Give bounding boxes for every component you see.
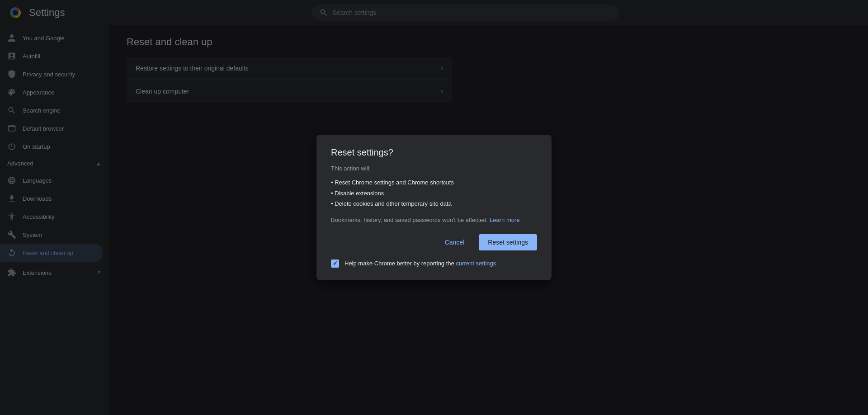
help-chrome-checkbox[interactable] [331,259,339,268]
dialog-buttons: Cancel Reset settings [331,234,537,250]
dialog-note-text: Bookmarks, history, and saved passwords … [331,217,488,223]
dialog-note: Bookmarks, history, and saved passwords … [331,217,537,223]
learn-more-link[interactable]: Learn more [490,217,519,223]
checkbox-text: Help make Chrome better by reporting the [344,260,454,267]
dialog-title: Reset settings? [331,147,537,158]
checkbox-label: Help make Chrome better by reporting the… [344,260,496,267]
dialog-bullet-list: • Reset Chrome settings and Chrome short… [331,177,537,209]
reset-dialog: Reset settings? This action will: • Rese… [316,135,552,280]
cancel-button[interactable]: Cancel [436,234,474,250]
bullet-2: • Disable extensions [331,188,537,198]
dialog-subtitle: This action will: [331,165,537,172]
bullet-3: • Delete cookies and other temporary sit… [331,198,537,209]
reset-settings-button[interactable]: Reset settings [479,234,537,250]
dialog-overlay: Reset settings? This action will: • Rese… [0,0,868,415]
dialog-checkbox-row: Help make Chrome better by reporting the… [331,259,537,268]
bullet-1: • Reset Chrome settings and Chrome short… [331,177,537,188]
current-settings-link[interactable]: current settings [456,260,496,267]
